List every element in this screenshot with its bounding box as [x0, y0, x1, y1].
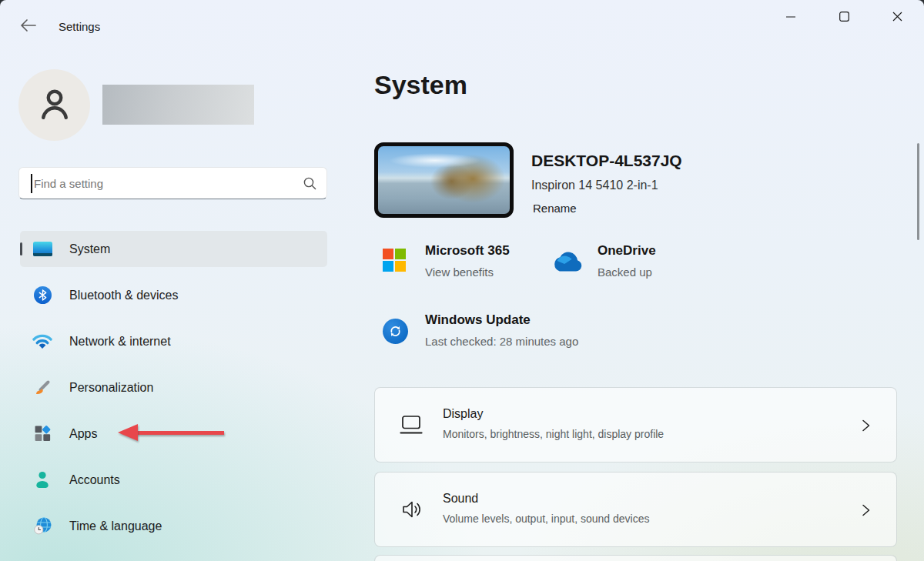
back-arrow-icon: [19, 24, 38, 35]
apps-icon: [32, 424, 52, 444]
annotation-arrow-head: [118, 424, 138, 441]
display-icon: [397, 411, 425, 439]
sidebar-item-label: Bluetooth & devices: [69, 289, 178, 302]
card-title: Sound: [443, 492, 478, 506]
bluetooth-icon: [32, 286, 52, 306]
back-button[interactable]: [17, 17, 40, 35]
card-title: Display: [443, 407, 483, 421]
sidebar-item-label: Personalization: [69, 381, 153, 395]
sidebar-item-label: Accounts: [69, 473, 120, 487]
device-name: DESKTOP-4L537JQ: [531, 152, 682, 170]
device-thumbnail: [374, 142, 514, 218]
speaker-icon: [397, 496, 425, 523]
accounts-person-icon: [32, 470, 52, 490]
close-icon: [892, 12, 902, 24]
tile-title: Windows Update: [425, 312, 578, 328]
tile-subtitle: Backed up: [598, 265, 656, 279]
next-settings-card-partial[interactable]: [374, 555, 897, 561]
sidebar-item-label: Time & language: [69, 519, 162, 533]
tile-title: Microsoft 365: [425, 243, 510, 259]
paintbrush-icon: [32, 378, 52, 398]
rename-link[interactable]: Rename: [533, 202, 577, 215]
windows-update-icon: [383, 319, 408, 344]
sidebar-item-network-internet[interactable]: Network & internet: [20, 323, 327, 359]
system-icon: [32, 239, 52, 259]
maximize-icon: [839, 12, 849, 24]
microsoft-logo-icon: [383, 249, 406, 272]
annotation-arrow-shaft: [136, 431, 224, 435]
microsoft-365-tile[interactable]: Microsoft 365 View benefits: [425, 243, 510, 279]
display-card[interactable]: [374, 387, 897, 462]
app-title: Settings: [59, 20, 100, 33]
wifi-icon: [32, 332, 52, 352]
text-caret: [31, 174, 32, 193]
minimize-icon: [786, 12, 795, 24]
search-input[interactable]: [19, 177, 326, 190]
avatar[interactable]: [18, 69, 90, 141]
search-icon[interactable]: [303, 176, 317, 194]
sidebar-item-label: System: [69, 242, 110, 256]
sidebar-item-bluetooth-devices[interactable]: Bluetooth & devices: [20, 277, 327, 313]
sidebar-item-label: Apps: [69, 427, 97, 441]
time-language-icon: [32, 516, 52, 536]
tile-title: OneDrive: [598, 243, 656, 259]
tile-subtitle: Last checked: 28 minutes ago: [425, 335, 578, 348]
page-title: System: [374, 70, 467, 100]
user-name-redacted: [102, 85, 254, 125]
chevron-right-icon: [861, 419, 873, 432]
card-subtitle: Monitors, brightness, night light, displ…: [443, 428, 664, 440]
maximize-button[interactable]: [826, 5, 862, 31]
sidebar-item-personalization[interactable]: Personalization: [20, 369, 327, 406]
settings-window: Settings System Bluetooth & de: [0, 0, 924, 561]
minimize-button[interactable]: [773, 5, 808, 31]
windows-update-tile[interactable]: Windows Update Last checked: 28 minutes …: [425, 312, 578, 348]
sidebar-item-label: Network & internet: [69, 335, 171, 349]
person-icon: [37, 85, 72, 125]
titlebar: Settings: [0, 0, 924, 43]
sidebar-item-time-language[interactable]: Time & language: [20, 508, 327, 544]
tile-subtitle[interactable]: View benefits: [425, 265, 510, 279]
selected-indicator: [20, 242, 22, 255]
onedrive-cloud-icon: [550, 252, 582, 276]
search-box[interactable]: [18, 167, 327, 199]
scrollbar-thumb[interactable]: [917, 143, 919, 240]
sidebar-item-system[interactable]: System: [20, 231, 327, 267]
card-subtitle: Volume levels, output, input, sound devi…: [443, 513, 650, 525]
sidebar-item-accounts[interactable]: Accounts: [20, 462, 327, 498]
device-model: Inspiron 14 5410 2-in-1: [531, 179, 658, 192]
close-button[interactable]: [879, 5, 915, 31]
chevron-right-icon: [861, 504, 873, 516]
sound-card[interactable]: [374, 472, 897, 547]
onedrive-tile[interactable]: OneDrive Backed up: [598, 243, 656, 279]
